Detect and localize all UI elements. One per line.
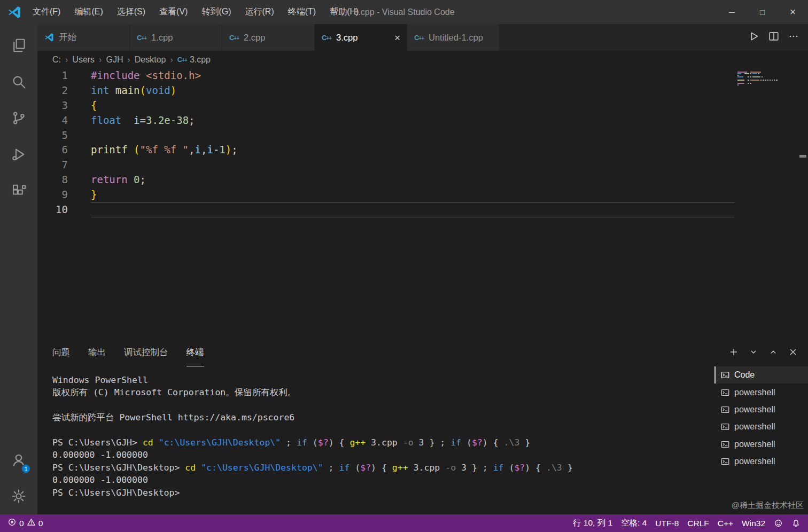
code-line[interactable]: 8return 0; [37,173,808,187]
code-line[interactable]: 6printf ("%f %f ",i,i-1); [37,143,808,158]
code-line[interactable]: 4float i=3.2e-38; [37,113,808,128]
terminal-line [52,399,714,411]
code-line[interactable]: 5 [37,128,808,143]
tab-2.cpp[interactable]: C++2.cpp [222,24,315,51]
status-indentation[interactable]: 空格: 4 [617,518,651,529]
minimap-line [737,76,780,77]
tab-1.cpp[interactable]: C++1.cpp [130,24,222,51]
problems-status[interactable]: 00 [3,518,47,529]
tab-label: 开始 [59,32,76,43]
status-language-mode[interactable]: C++ [713,519,737,528]
editor-actions [748,24,808,51]
feedback-icon[interactable] [770,519,787,528]
code-text: printf ("%f %f ",i,i-1); [91,143,238,158]
terminal-list-item[interactable]: Code [714,366,808,384]
source-control-icon[interactable] [0,100,37,136]
tab-Untitled-1.cpp[interactable]: C++Untitled-1.cpp [407,24,500,51]
terminal-label: Code [734,370,755,380]
code-line[interactable]: 7 [37,158,808,173]
terminal-line: 0.000000 -1.000000 [52,449,714,461]
new-terminal-icon[interactable] [728,347,739,359]
account-icon[interactable]: 1 [0,442,37,478]
breadcrumb: C:›Users›GJH›Desktop›C++3.cpp [37,51,808,68]
terminal-label: powershell [734,440,775,449]
breadcrumb-item[interactable]: Users [72,55,95,65]
line-number: 6 [37,143,68,158]
menu-item[interactable]: 帮助(H) [323,0,366,24]
status-encoding[interactable]: UTF-8 [651,519,683,528]
breadcrumb-item[interactable]: GJH [106,55,123,65]
minimap[interactable] [737,72,780,88]
menu-item[interactable]: 转到(G) [195,0,238,24]
menu-item[interactable]: 选择(S) [110,0,152,24]
panel-tab-调试控制台[interactable]: 调试控制台 [124,339,168,366]
extensions-icon[interactable] [0,173,37,209]
split-editor-icon[interactable] [768,30,780,44]
panel-tab-终端[interactable]: 终端 [187,339,204,366]
vscode-logo-icon [44,33,55,42]
status-left: 00 [3,518,47,529]
status-platform[interactable]: Win32 [737,519,770,528]
launch-profile-icon[interactable] [748,347,759,359]
breadcrumb-item[interactable]: Desktop [135,55,166,65]
terminal-line: PS C:\Users\GJH> cd "c:\Users\GJH\Deskto… [52,436,714,449]
activity-bar: 1 [0,24,37,514]
window-controls: ─ □ × [717,0,808,24]
cpp-file-icon: C++ [229,34,239,42]
terminal-list-item[interactable]: powershell [714,401,808,418]
terminal-icon [720,370,730,380]
minimap-line [737,73,780,74]
chevron-right-icon: › [170,55,173,65]
close-window-button[interactable]: × [778,0,808,24]
breadcrumb-file[interactable]: C++3.cpp [177,55,211,65]
explorer-icon[interactable] [0,27,37,64]
status-right: 行 10, 列 1空格: 4UTF-8CRLFC++Win32 [569,518,805,529]
terminal-icon [720,388,730,397]
menu-item[interactable]: 文件(F) [26,0,67,24]
minimap-line [737,75,780,76]
terminal[interactable]: Windows PowerShell版权所有 (C) Microsoft Cor… [37,366,714,514]
panel-tab-问题[interactable]: 问题 [52,339,70,366]
terminal-list-item[interactable]: powershell [714,453,808,470]
menu-item[interactable]: 运行(R) [238,0,281,24]
menu-item[interactable]: 终端(T) [281,0,323,24]
menu-item[interactable]: 查看(V) [152,0,195,24]
settings-icon[interactable] [0,478,37,514]
maximize-button[interactable]: □ [747,0,778,24]
run-icon[interactable] [748,30,760,44]
search-icon[interactable] [0,64,37,100]
close-panel-icon[interactable] [788,347,798,359]
code-line[interactable]: 10 [37,202,808,217]
more-actions-icon[interactable] [788,30,799,44]
terminal-list-item[interactable]: powershell [714,384,808,401]
terminal-list-item[interactable]: powershell [714,436,808,453]
menu-bar: 文件(F)编辑(E)选择(S)查看(V)转到(G)运行(R)终端(T)帮助(H) [26,0,366,24]
watermark: @稀土掘金技术社区 [732,500,804,511]
status-eol-sequence[interactable]: CRLF [683,519,713,528]
panel-tab-输出[interactable]: 输出 [88,339,106,366]
code-line[interactable]: 1#include <stdio.h> [37,68,808,83]
terminal-list-item[interactable]: powershell [714,418,808,435]
main-area: 1 开始C++1.cppC++2.cppC++3.cpp×C++Untitled… [0,24,808,514]
maximize-panel-icon[interactable] [768,347,779,359]
code-line[interactable]: 3{ [37,98,808,113]
breadcrumb-item[interactable]: C: [52,55,61,65]
run-debug-icon[interactable] [0,136,37,173]
minimize-button[interactable]: ─ [717,0,747,24]
line-number: 9 [37,187,68,202]
code-text: { [91,98,97,113]
code-line[interactable]: 9} [37,187,808,202]
status-cursor-position[interactable]: 行 10, 列 1 [569,518,617,529]
tab-开始[interactable]: 开始 [37,24,130,51]
notifications-bell-icon[interactable] [787,519,805,528]
chevron-right-icon: › [99,55,102,65]
tab-bar: 开始C++1.cppC++2.cppC++3.cpp×C++Untitled-1… [37,24,808,51]
terminal-label: powershell [734,388,775,397]
menu-item[interactable]: 编辑(E) [67,0,110,24]
line-number: 4 [37,113,68,128]
cpp-file-icon: C++ [321,34,332,42]
code-line[interactable]: 2int main(void) [37,83,808,98]
tab-3.cpp[interactable]: C++3.cpp× [315,24,407,51]
close-icon[interactable]: × [390,33,400,43]
editor[interactable]: 1#include <stdio.h>2int main(void)3{4flo… [37,68,808,339]
